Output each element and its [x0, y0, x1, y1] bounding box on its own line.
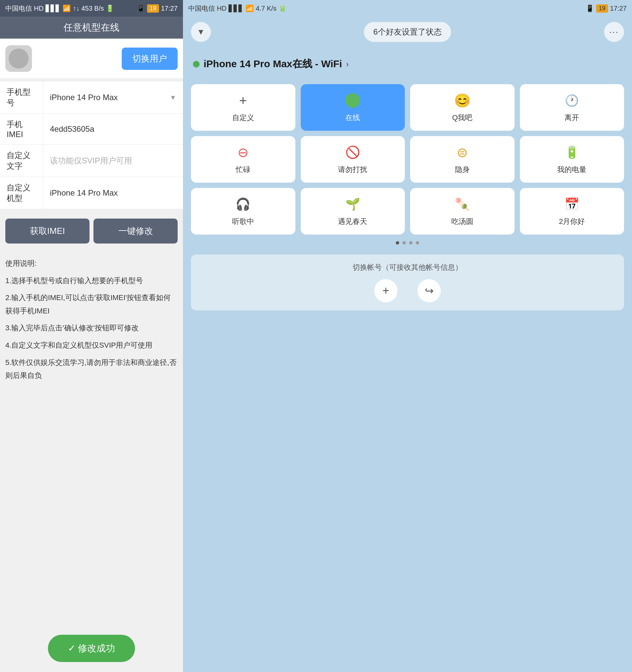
- network-right: HD: [217, 5, 226, 12]
- status-grid: + 自定义 在线 😊 Q我吧 🕐 离开 ⊖ 忙碌 🚫 请勿打扰: [183, 84, 632, 235]
- status-right-right-info: 📱 19 17:27: [586, 4, 627, 13]
- one-click-button[interactable]: 一键修改: [94, 219, 178, 243]
- status-right-left-info: 中国电信 HD ▋▋▋ 📶 4.7 K/s 🔋: [188, 4, 287, 13]
- qme-emoji-icon: 😊: [454, 92, 471, 109]
- status-label-custom: 自定义: [232, 113, 254, 123]
- left-panel: 中国电信 HD ▋▋▋ 📶 ↑↓ 453 B/s 🔋 📱 19 17:27 任意…: [0, 0, 183, 672]
- status-label-qme: Q我吧: [452, 113, 472, 123]
- custom-model-row: 自定义机型 iPhone 14 Pro Max: [0, 177, 183, 209]
- custom-text-row: 自定义文字 该功能仅SVIP用户可用: [0, 145, 183, 177]
- dnd-icon: 🚫: [344, 144, 361, 161]
- status-item-away[interactable]: 🕐 离开: [520, 84, 624, 131]
- invisible-icon: ⊜: [454, 144, 471, 161]
- battery-pct-right: 19: [596, 4, 608, 13]
- status-item-dnd[interactable]: 🚫 请勿打扰: [301, 136, 405, 183]
- switch-user-button[interactable]: 切换用户: [122, 48, 178, 70]
- status-label-listening: 听歌中: [232, 217, 254, 226]
- speed-right: 4.7 K/s: [256, 5, 276, 12]
- online-green-icon: [344, 92, 361, 109]
- avatar-circle: [9, 49, 29, 69]
- status-label-invisible: 隐身: [455, 165, 470, 175]
- time-right: 17:27: [610, 5, 627, 12]
- status-bar-right: 中国电信 HD ▋▋▋ 📶 4.7 K/s 🔋 📱 19 17:27: [183, 0, 632, 17]
- status-item-listening[interactable]: 🎧 听歌中: [191, 188, 295, 235]
- online-status: iPhone 14 Pro Max在线 - WiFi ›: [183, 47, 632, 77]
- imei-input[interactable]: [50, 124, 176, 134]
- status-left-info: 中国电信 HD ▋▋▋ 📶 ↑↓ 453 B/s 🔋: [5, 4, 114, 13]
- battery-icon: 🔋: [563, 144, 580, 161]
- battery-pct-left: 19: [147, 4, 159, 13]
- carrier-left: 中国电信: [5, 4, 32, 13]
- status-right-info: 📱 19 17:27: [137, 4, 178, 13]
- status-bar-left: 中国电信 HD ▋▋▋ 📶 ↑↓ 453 B/s 🔋 📱 19 17:27: [0, 0, 183, 17]
- phone-model-value[interactable]: iPhone 14 Pro Max ▼: [43, 88, 183, 107]
- screen-icon-left: 📱: [137, 4, 145, 12]
- busy-icon: ⊖: [235, 144, 251, 161]
- dot-1[interactable]: [396, 241, 399, 244]
- imei-value[interactable]: [43, 119, 183, 139]
- dot-3[interactable]: [409, 241, 412, 244]
- online-status-text: iPhone 14 Pro Max在线 - WiFi: [203, 57, 342, 71]
- status-item-feb[interactable]: 📅 2月你好: [520, 188, 624, 235]
- status-item-qme[interactable]: 😊 Q我吧: [410, 84, 515, 131]
- status-item-busy[interactable]: ⊖ 忙碌: [191, 136, 295, 183]
- status-label-feb: 2月你好: [559, 217, 585, 226]
- instructions-step1: 1.选择手机型号或自行输入想要的手机型号: [5, 274, 178, 287]
- phone-model-row: 手机型号 iPhone 14 Pro Max ▼: [0, 81, 183, 114]
- instructions-step2: 2.输入手机的IMEI,可以点击'获取IMEI'按钮查看如何获得手机IMEI: [5, 291, 178, 317]
- tangyuan-icon: 🍡: [454, 196, 471, 213]
- form-section: 手机型号 iPhone 14 Pro Max ▼ 手机IMEI 自定义文字 该功…: [0, 81, 183, 209]
- imei-label: 手机IMEI: [0, 114, 43, 144]
- switch-account-section: 切换帐号（可接收其他帐号信息） + ↪: [191, 255, 624, 310]
- spring-icon: 🌱: [344, 196, 361, 213]
- listening-icon: 🎧: [235, 196, 251, 213]
- status-label-tangyuan: 吃汤圆: [452, 217, 473, 226]
- add-account-button[interactable]: +: [374, 279, 397, 303]
- screen-icon-right: 📱: [586, 4, 594, 12]
- phone-model-text: iPhone 14 Pro Max: [50, 93, 118, 102]
- status-item-spring[interactable]: 🌱 遇见春天: [301, 188, 405, 235]
- dot-2[interactable]: [403, 241, 406, 244]
- right-panel: 中国电信 HD ▋▋▋ 📶 4.7 K/s 🔋 📱 19 17:27 ▼ 6个好…: [183, 0, 632, 672]
- custom-model-value[interactable]: iPhone 14 Pro Max: [43, 183, 183, 203]
- away-clock-icon: 🕐: [563, 92, 580, 109]
- instructions-title: 使用说明:: [5, 257, 178, 270]
- time-left: 17:27: [161, 5, 178, 12]
- user-section: 切换用户: [0, 39, 183, 79]
- instructions-step3: 3.输入完毕后点击'确认修改'按钮即可修改: [5, 321, 178, 335]
- more-button[interactable]: ···: [604, 22, 624, 42]
- status-item-online[interactable]: 在线: [301, 84, 405, 131]
- status-label-online: 在线: [345, 113, 360, 123]
- title-bar: 任意机型在线: [0, 17, 183, 39]
- status-item-battery[interactable]: 🔋 我的电量: [520, 136, 624, 183]
- imei-row: 手机IMEI: [0, 114, 183, 145]
- instructions: 使用说明: 1.选择手机型号或自行输入想要的手机型号 2.输入手机的IMEI,可…: [0, 250, 183, 628]
- status-item-tangyuan[interactable]: 🍡 吃汤圆: [410, 188, 515, 235]
- online-dot: [193, 61, 200, 68]
- dot-4[interactable]: [416, 241, 419, 244]
- wifi-icon-right: 📶: [245, 4, 254, 12]
- custom-text-label: 自定义文字: [0, 145, 43, 177]
- switch-account-button[interactable]: ↪: [417, 279, 441, 303]
- custom-text-value[interactable]: 该功能仅SVIP用户可用: [43, 150, 183, 171]
- status-label-away: 离开: [564, 113, 579, 123]
- signal-bars-left: ▋▋▋: [46, 4, 60, 12]
- page-dots: [183, 235, 632, 251]
- custom-model-text: iPhone 14 Pro Max: [50, 188, 118, 198]
- switch-account-label: 切换帐号（可接收其他帐号信息）: [199, 263, 616, 272]
- status-item-custom[interactable]: + 自定义: [191, 84, 295, 131]
- success-button[interactable]: ✓ 修改成功: [48, 635, 136, 662]
- top-nav: ▼ 6个好友设置了状态 ···: [183, 17, 632, 47]
- instructions-step4: 4.自定义文字和自定义机型仅SVIP用户可使用: [5, 339, 178, 352]
- avatar: [5, 45, 32, 72]
- status-item-invisible[interactable]: ⊜ 隐身: [410, 136, 515, 183]
- friends-status-button[interactable]: 6个好友设置了状态: [364, 22, 451, 42]
- get-imei-button[interactable]: 获取IMEI: [5, 219, 90, 243]
- wifi-icon-left: 📶: [63, 4, 71, 12]
- battery-right: 🔋: [278, 4, 287, 12]
- nav-down-button[interactable]: ▼: [191, 22, 211, 42]
- custom-model-label: 自定义机型: [0, 177, 43, 209]
- status-label-spring: 遇见春天: [338, 217, 367, 226]
- network-left: HD: [34, 5, 44, 12]
- status-label-dnd: 请勿打扰: [338, 165, 367, 175]
